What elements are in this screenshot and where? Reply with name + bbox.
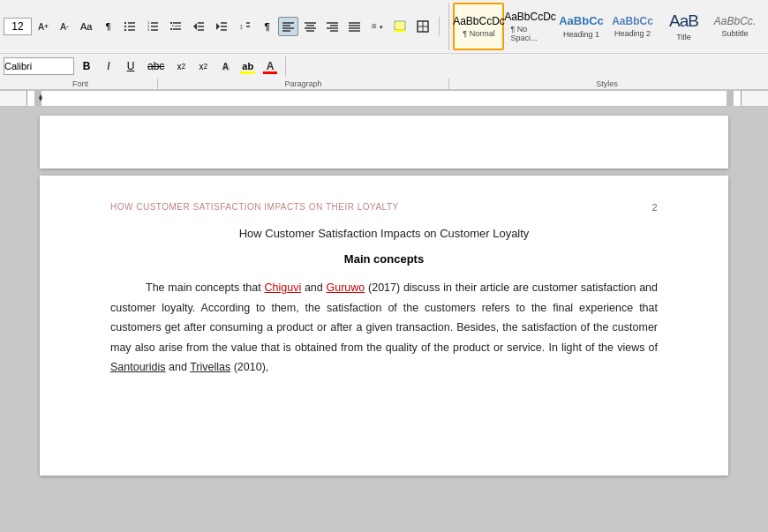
font-section-label: Font xyxy=(4,79,158,89)
page-number: 2 xyxy=(652,202,658,213)
page-header: HOW CUSTOMER SATISFACTION IMPACTS ON THE… xyxy=(110,202,658,213)
toolbar-row2: B I U abc x2 x2 A ab A xyxy=(0,54,768,79)
sort-button[interactable]: ↕ xyxy=(234,17,255,36)
toolbar: A+ A- Aa ¶ 1.2.3. ↕ ¶ xyxy=(0,0,768,91)
text-effects-button[interactable]: A xyxy=(215,56,235,76)
svg-rect-0 xyxy=(124,22,126,24)
svg-rect-2 xyxy=(124,26,126,27)
chiguvi-link[interactable]: Chiguvi xyxy=(264,281,301,294)
style-subtitle-label: Subtitle xyxy=(721,29,748,38)
para-text-1: The main concepts that xyxy=(146,281,264,294)
ruler: ▾ ▴ xyxy=(0,91,768,107)
santouridis-link[interactable]: Santouridis xyxy=(110,361,166,373)
font-color-bar xyxy=(263,71,277,74)
justify-button[interactable] xyxy=(344,17,365,36)
svg-text:↕: ↕ xyxy=(239,22,244,31)
paragraph-section-label: Paragraph xyxy=(158,79,449,89)
underline-button[interactable]: U xyxy=(121,56,140,76)
style-normal[interactable]: AaBbCcDc ¶ Normal xyxy=(453,3,504,50)
para-text-2: and xyxy=(301,281,326,294)
font-size-grow-button[interactable]: A+ xyxy=(34,17,53,36)
shading-button[interactable] xyxy=(389,17,410,36)
text-highlight-button[interactable]: ab xyxy=(237,56,258,76)
font-name-section: B I U abc x2 x2 A ab A xyxy=(4,56,286,76)
svg-text:≡: ≡ xyxy=(372,21,377,31)
decrease-indent-button[interactable] xyxy=(188,17,209,36)
strikethrough-button[interactable]: abc xyxy=(143,56,169,76)
style-no-spacing-preview: AaBbCcDc xyxy=(504,11,556,23)
svg-rect-14 xyxy=(172,26,174,27)
num-list-button[interactable]: 1.2.3. xyxy=(142,17,163,36)
align-center-button[interactable] xyxy=(300,17,320,36)
style-title[interactable]: AaB Title xyxy=(658,3,709,50)
main-paragraph: The main concepts that Chiguvi and Guruw… xyxy=(110,278,658,378)
svg-marker-22 xyxy=(216,23,220,30)
font-size-input[interactable] xyxy=(4,18,32,35)
svg-rect-48 xyxy=(395,30,405,32)
page-header-text: HOW CUSTOMER SATISFACTION IMPACTS ON THE… xyxy=(110,202,399,212)
style-normal-preview: AaBbCcDc xyxy=(453,15,505,27)
styles-area: AaBbCcDc ¶ Normal AaBbCcDc ¶ No Spaci...… xyxy=(448,3,764,50)
style-title-label: Title xyxy=(676,33,691,41)
styles-section-label: Styles xyxy=(449,79,764,89)
svg-text:▾: ▾ xyxy=(380,24,383,30)
style-heading2-label: Heading 2 xyxy=(614,29,651,38)
font-size-shrink-button[interactable]: A- xyxy=(55,17,74,36)
page-2: HOW CUSTOMER SATISFACTION IMPACTS ON THE… xyxy=(40,176,728,476)
svg-rect-12 xyxy=(170,22,172,24)
section-title: Main concepts xyxy=(110,252,658,266)
highlight-icon: ab xyxy=(242,61,253,71)
bold-button[interactable]: B xyxy=(77,56,96,76)
guruwo-link[interactable]: Guruwo xyxy=(327,281,365,294)
font-name-input[interactable] xyxy=(4,57,74,75)
toolbar-row1: A+ A- Aa ¶ 1.2.3. ↕ ¶ xyxy=(0,0,768,54)
style-heading1-label: Heading 1 xyxy=(563,30,599,39)
clear-format-button[interactable]: Aa xyxy=(76,17,96,36)
font-color-button[interactable]: A xyxy=(260,56,280,76)
align-left-button[interactable] xyxy=(278,17,298,36)
svg-rect-4 xyxy=(124,29,126,31)
italic-button[interactable]: I xyxy=(99,56,118,76)
page-1 xyxy=(40,116,728,169)
style-title-preview: AaB xyxy=(669,11,698,32)
font-section: A+ A- Aa ¶ 1.2.3. ↕ ¶ xyxy=(4,17,440,36)
borders-button[interactable] xyxy=(412,17,433,36)
document-title: How Customer Satisfaction Impacts on Cus… xyxy=(110,227,658,240)
style-heading2-preview: AaBbCc xyxy=(612,15,653,27)
ruler-right-margin xyxy=(727,91,734,106)
font-color-icon: A xyxy=(267,60,275,72)
style-heading1[interactable]: AaBbCc Heading 1 xyxy=(555,3,606,50)
svg-rect-47 xyxy=(395,21,405,30)
svg-marker-18 xyxy=(193,23,197,30)
style-subtitle-preview: AaBbCc. xyxy=(714,15,756,27)
style-no-spacing[interactable]: AaBbCcDc ¶ No Spaci... xyxy=(504,3,555,50)
style-subtitle[interactable]: AaBbCc. Subtitle xyxy=(709,3,760,50)
style-subtle[interactable]: AaBbCc. Subt... xyxy=(760,3,764,50)
document-area: HOW CUSTOMER SATISFACTION IMPACTS ON THE… xyxy=(0,107,768,484)
ruler-hanging-marker[interactable]: ▴ xyxy=(39,92,42,100)
para-text-4: and xyxy=(166,361,191,373)
show-hide-button[interactable]: ¶ xyxy=(98,17,117,36)
increase-indent-button[interactable] xyxy=(211,17,232,36)
ruler-inner: ▾ ▴ xyxy=(26,91,742,106)
highlight-color-bar xyxy=(240,71,255,74)
line-spacing-button[interactable]: ≡▾ xyxy=(366,17,388,36)
style-normal-label: ¶ Normal xyxy=(463,29,494,38)
trivellas-link[interactable]: Trivellas xyxy=(190,361,230,373)
align-right-button[interactable] xyxy=(322,17,343,36)
svg-text:3.: 3. xyxy=(147,27,150,32)
subscript-button[interactable]: x2 xyxy=(171,56,191,76)
para-text-5: (2010), xyxy=(230,361,268,373)
superscript-button[interactable]: x2 xyxy=(193,56,213,76)
svg-rect-16 xyxy=(170,28,172,30)
bullet-list-button[interactable] xyxy=(119,17,140,36)
style-no-spacing-label: ¶ No Spaci... xyxy=(510,25,549,42)
multilevel-list-button[interactable] xyxy=(165,17,186,36)
style-heading2[interactable]: AaBbCc Heading 2 xyxy=(606,3,658,50)
pilcrow-button[interactable]: ¶ xyxy=(257,17,276,36)
style-heading1-preview: AaBbCc xyxy=(559,14,604,28)
